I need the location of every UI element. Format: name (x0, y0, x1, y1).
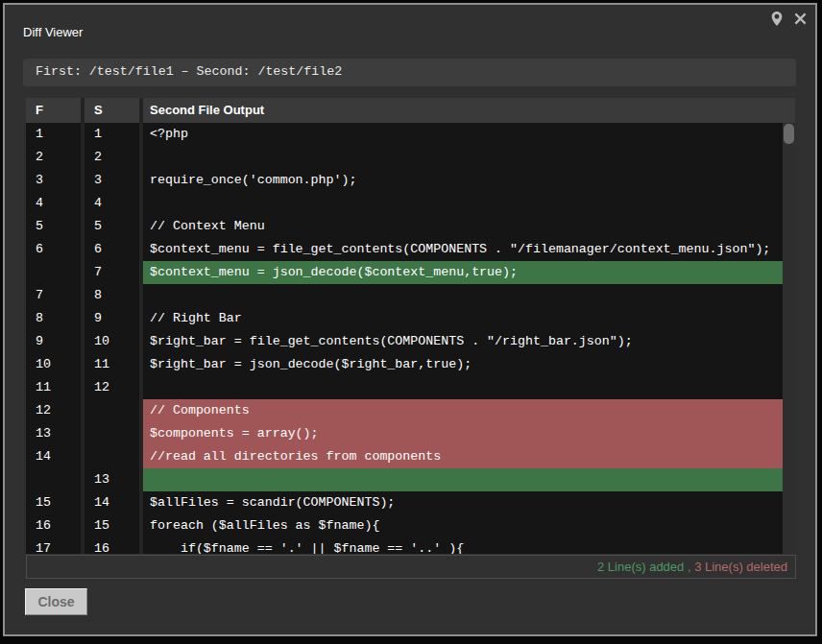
code-line (143, 468, 783, 491)
diff-row: 1514$allFiles = scandir(COMPONENTS); (26, 491, 783, 514)
line-number-second: 3 (85, 169, 139, 192)
diff-row: 55// Context Menu (26, 215, 783, 238)
diff-rows: 11<?php2233require_once('common.php');44… (26, 123, 783, 554)
code-line (143, 376, 783, 399)
line-number-first: 3 (26, 169, 81, 192)
location-pin-icon[interactable] (770, 11, 784, 27)
diff-row: 12// Components (26, 399, 783, 422)
line-number-second: 9 (85, 307, 139, 330)
line-number-first: 16 (26, 514, 81, 537)
diff-row: 44 (26, 192, 783, 215)
status-separator: , (684, 560, 694, 574)
code-line (143, 192, 783, 215)
code-line: // Components (143, 399, 783, 422)
close-button[interactable]: Close (25, 588, 87, 615)
diff-row: 14//read all directories from components (26, 445, 783, 468)
diff-row: 66$context_menu = file_get_contents(COMP… (26, 238, 783, 261)
lines-deleted-text: 3 Line(s) deleted (694, 560, 787, 574)
code-line: $context_menu = json_decode($context_men… (143, 261, 783, 284)
lines-added-text: 2 Line(s) added (597, 560, 684, 574)
diff-row: 22 (26, 146, 783, 169)
line-number-first: 15 (26, 491, 81, 514)
code-line (143, 146, 783, 169)
line-number-first: 2 (26, 146, 81, 169)
code-line: $right_bar = json_decode($right_bar,true… (143, 353, 783, 376)
code-line (143, 284, 783, 307)
line-number-second (85, 399, 139, 422)
diff-row: 13$components = array(); (26, 422, 783, 445)
diff-table-header: F S Second File Output (26, 98, 795, 123)
line-number-second (85, 422, 139, 445)
line-number-second: 14 (85, 491, 139, 514)
code-line: $context_menu = file_get_contents(COMPON… (143, 238, 783, 261)
scrollbar-thumb[interactable] (784, 124, 794, 144)
diff-row: 7$context_menu = json_decode($context_me… (26, 261, 783, 284)
line-number-first: 14 (26, 445, 81, 468)
diff-row: 1112 (26, 376, 783, 399)
line-number-first: 4 (26, 192, 81, 215)
line-number-first: 5 (26, 215, 81, 238)
code-line: <?php (143, 123, 783, 146)
diff-row: 910$right_bar = file_get_contents(COMPON… (26, 330, 783, 353)
code-line: foreach ($allFiles as $fname){ (143, 514, 783, 537)
line-number-second: 4 (85, 192, 139, 215)
line-number-second: 7 (85, 261, 139, 284)
code-line: $allFiles = scandir(COMPONENTS); (143, 491, 783, 514)
diff-row: 13 (26, 468, 783, 491)
line-number-second: 10 (85, 330, 139, 353)
column-header-first: F (26, 98, 81, 123)
code-line: require_once('common.php'); (143, 169, 783, 192)
code-line: $components = array(); (143, 422, 783, 445)
line-number-first: 11 (26, 376, 81, 399)
window-controls (770, 11, 807, 27)
line-number-second (85, 445, 139, 468)
code-line: if($fname == '.' || $fname == '..' ){ (143, 537, 783, 554)
diff-row: 89// Right Bar (26, 307, 783, 330)
line-number-first: 17 (26, 537, 81, 554)
line-number-second: 12 (85, 376, 139, 399)
line-number-second: 6 (85, 238, 139, 261)
line-number-second: 13 (85, 468, 139, 491)
line-number-second: 16 (85, 537, 139, 554)
code-line: // Right Bar (143, 307, 783, 330)
line-number-second: 15 (85, 514, 139, 537)
diff-row: 11<?php (26, 123, 783, 146)
line-number-first: 7 (26, 284, 81, 307)
line-number-first: 6 (26, 238, 81, 261)
column-header-second: S (85, 98, 139, 123)
diff-status-bar: 2 Line(s) added , 3 Line(s) deleted (26, 555, 796, 579)
line-number-first: 10 (26, 353, 81, 376)
file-paths-bar: First: /test/file1 – Second: /test/file2 (23, 59, 796, 86)
diff-row: 1615foreach ($allFiles as $fname){ (26, 514, 783, 537)
diff-row: 33require_once('common.php'); (26, 169, 783, 192)
code-line: // Context Menu (143, 215, 783, 238)
line-number-second: 1 (85, 123, 139, 146)
scrollbar-track[interactable] (783, 123, 795, 554)
line-number-first: 8 (26, 307, 81, 330)
diff-table: F S Second File Output 11<?php2233requir… (26, 98, 795, 554)
column-header-output: Second File Output (143, 98, 795, 123)
line-number-first (26, 468, 81, 491)
diff-row: 1716 if($fname == '.' || $fname == '..' … (26, 537, 783, 554)
line-number-second: 2 (85, 146, 139, 169)
line-number-second: 5 (85, 215, 139, 238)
line-number-second: 8 (85, 284, 139, 307)
line-number-first: 1 (26, 123, 81, 146)
code-line: //read all directories from components (143, 445, 783, 468)
line-number-first: 9 (26, 330, 81, 353)
close-icon[interactable] (794, 12, 807, 25)
code-line: $right_bar = file_get_contents(COMPONENT… (143, 330, 783, 353)
line-number-second: 11 (85, 353, 139, 376)
diff-row: 78 (26, 284, 783, 307)
diff-row: 1011$right_bar = json_decode($right_bar,… (26, 353, 783, 376)
diff-table-body: 11<?php2233require_once('common.php');44… (26, 123, 795, 554)
diff-viewer-dialog: Diff Viewer First: /test/file1 – Second:… (3, 3, 817, 636)
line-number-first: 13 (26, 422, 81, 445)
line-number-first: 12 (26, 399, 81, 422)
line-number-first (26, 261, 81, 284)
dialog-title: Diff Viewer (23, 25, 83, 39)
